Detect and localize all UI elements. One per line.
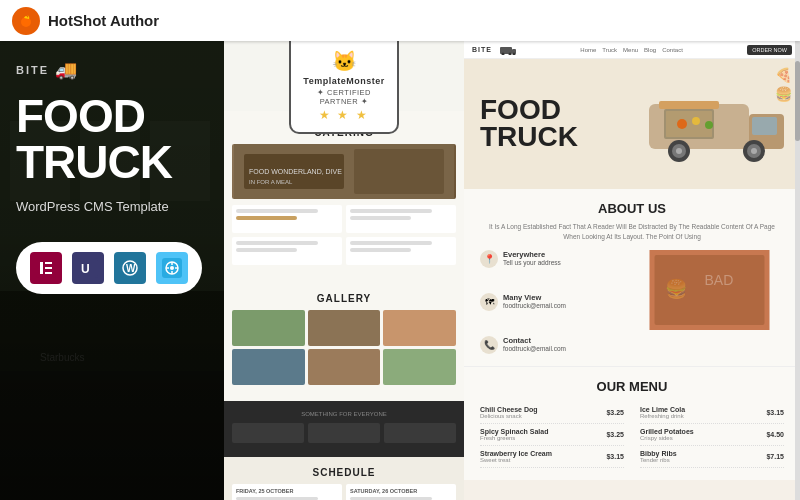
menu-item-4-price: $3.15 [766,409,784,416]
svg-point-46 [751,148,757,154]
center-panel: 🐱 TemplateMonster ✦ CERTIFIED PARTNER ✦ … [224,41,464,500]
feature-many-view-icon: 🗺 [480,293,498,311]
nav-link-truck[interactable]: Truck [602,47,617,53]
svg-point-20 [170,266,174,270]
right-scrollbar-thumb[interactable] [795,61,800,141]
nav-link-contact[interactable]: Contact [662,47,683,53]
svg-rect-39 [666,111,712,137]
feature-everywhere-text: Everywhere Tell us your address [503,250,561,266]
brand-name: HotShot Author [48,12,159,29]
topbar: HotShot Author [0,0,800,41]
elementor-icon [30,252,62,284]
bite-label: BITE 🚚 [16,59,208,81]
catering-item-3 [232,237,342,265]
dark-section-items [232,423,456,443]
catering-hero-img: FOOD WONDERLAND, DIVE IN FOR A MEAL [232,144,456,199]
menu-item-4-info: Ice Lime Cola Refreshing drink [640,406,685,419]
revolution-slider-icon [156,252,188,284]
menu-item-2-name: Spicy Spinach Salad [480,428,548,435]
uf-icon: U [72,252,104,284]
tm-badge-inner: 🐱 TemplateMonster ✦ CERTIFIED PARTNER ✦ … [289,41,399,134]
menu-item-2-desc: Fresh greens [480,435,548,441]
svg-rect-27 [354,149,444,194]
menu-item-6-price: $7.15 [766,453,784,460]
schedule-day-friday: FRIDAY, 25 OCTOBER [232,484,342,500]
schedule-section: SCHEDULE FRIDAY, 25 OCTOBER SATURDAY, 26… [224,457,464,500]
menu-row-3: Strawberry Ice Cream Sweet treat $3.15 [480,446,624,468]
menu-row-4: Ice Lime Cola Refreshing drink $3.15 [640,402,784,424]
schedule-day-saturday: SATURDAY, 26 OCTOBER [346,484,456,500]
nav-left: BITE [472,45,516,55]
dark-item-1 [232,423,304,443]
menu-column-right: Ice Lime Cola Refreshing drink $3.15 Gri… [640,402,784,468]
saturday-label: SATURDAY, 26 OCTOBER [350,488,452,494]
schedule-days-grid: FRIDAY, 25 OCTOBER SATURDAY, 26 OCTOBER [232,484,456,500]
dark-section-text: SOMETHING FOR EVERYONE [232,411,456,417]
gallery-img-1 [232,310,305,346]
svg-point-47 [677,119,687,129]
svg-point-0 [21,17,31,27]
feature-many-view-text: Many View foodtruck@email.com [503,293,566,309]
about-title: ABOUT US [480,201,784,216]
menu-row-5: Grilled Potatoes Crispy sides $4.50 [640,424,784,446]
schedule-title: SCHEDULE [232,467,456,478]
menu-item-1-desc: Delicious snack [480,413,538,419]
feature-side-image: 🍔 BAD [635,250,784,330]
menu-section: OUR MENU Chili Cheese Dog Delicious snac… [464,367,800,480]
dark-separator-section: SOMETHING FOR EVERYONE [224,401,464,457]
feature-contact-text: Contact foodtruck@email.com [503,336,566,352]
nav-cta-button[interactable]: ORDER NOW [747,45,792,55]
menu-row-1: Chili Cheese Dog Delicious snack $3.25 [480,402,624,424]
menu-columns: Chili Cheese Dog Delicious snack $3.25 S… [480,402,784,468]
nav-logo: BITE [472,46,492,53]
nav-link-home[interactable]: Home [580,47,596,53]
right-panel: BITE Home Truck Menu Blog Contact [464,41,800,500]
menu-item-3-name: Strawberry Ice Cream [480,450,552,457]
tm-certified: ✦ CERTIFIED PARTNER ✦ [301,88,387,106]
left-panel: Starbucks BITE 🚚 FOOD TRUCK WordPress CM… [0,41,224,500]
gallery-title: GALLERY [232,293,456,304]
menu-item-6-desc: Tender ribs [640,457,677,463]
tm-stars: ★ ★ ★ [319,108,369,122]
food-truck-illustration [644,79,784,169]
tm-badge: 🐱 TemplateMonster ✦ CERTIFIED PARTNER ✦ … [289,41,399,134]
mini-nav: BITE Home Truck Menu Blog Contact [464,41,800,59]
menu-item-3-price: $3.15 [606,453,624,460]
svg-point-48 [692,117,700,125]
bite-text: BITE [16,64,49,76]
gallery-img-2 [308,310,381,346]
feature-many-view-desc: foodtruck@email.com [503,302,566,309]
gallery-img-4 [232,349,305,385]
catering-section: CATERING FOOD WONDERLAND, DIVE IN FOR A … [224,111,464,281]
menu-item-6-info: Bibby Ribs Tender ribs [640,450,677,463]
feature-many-view: 🗺 Many View foodtruck@email.com [480,293,629,330]
feature-everywhere-icon: 📍 [480,250,498,268]
svg-rect-12 [45,272,52,274]
main-content: Starbucks BITE 🚚 FOOD TRUCK WordPress CM… [0,41,800,500]
svg-text:W: W [126,263,136,274]
about-text: It Is A Long Established Fact That A Rea… [480,222,784,242]
center-scroll: CATERING FOOD WONDERLAND, DIVE IN FOR A … [224,111,464,500]
svg-rect-40 [659,101,719,109]
hero-title: FOOD TRUCK [480,97,578,150]
plugin-icons: U W [16,242,202,294]
menu-item-5-name: Grilled Potatoes [640,428,694,435]
right-scrollbar[interactable] [795,41,800,500]
truck-icon-small: 🚚 [55,59,77,81]
menu-item-2-info: Spicy Spinach Salad Fresh greens [480,428,548,441]
nav-truck-icon [500,45,516,55]
features-grid: 📍 Everywhere Tell us your address 🍔 BAD [480,250,784,354]
menu-item-2-price: $3.25 [606,431,624,438]
nav-link-blog[interactable]: Blog [644,47,656,53]
menu-item-4-name: Ice Lime Cola [640,406,685,413]
svg-text:IN FOR A MEAL: IN FOR A MEAL [249,179,293,185]
menu-item-5-desc: Crispy sides [640,435,694,441]
svg-point-49 [705,121,713,129]
svg-point-43 [676,148,682,154]
nav-link-menu[interactable]: Menu [623,47,638,53]
menu-item-5-info: Grilled Potatoes Crispy sides [640,428,694,441]
svg-text:🍔: 🍔 [665,278,688,300]
gallery-img-5 [308,349,381,385]
dark-item-2 [308,423,380,443]
menu-column-left: Chili Cheese Dog Delicious snack $3.25 S… [480,402,624,468]
